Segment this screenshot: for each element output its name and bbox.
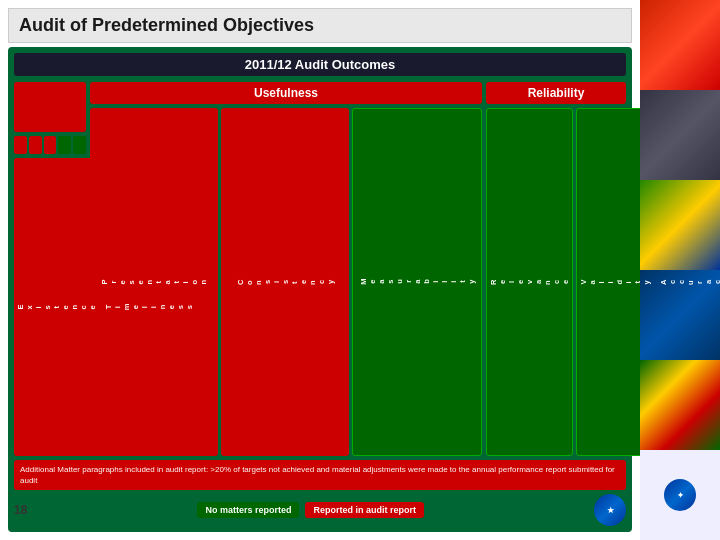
- right-img-1: [640, 0, 720, 90]
- outcomes-title: 2011/12 Audit Outcomes: [245, 57, 396, 72]
- col-measurability-label: Measurability: [359, 278, 476, 285]
- middle-section: Usefulness Presentation Consistency Meas…: [90, 82, 482, 456]
- small-bar-row: [14, 136, 86, 154]
- col-existence-label: Existence: [16, 304, 97, 310]
- bar-red-1: [14, 136, 27, 154]
- usefulness-header: Usefulness: [90, 82, 482, 104]
- right-logo: ✦: [664, 479, 696, 511]
- legend-reported: Reported in audit report: [305, 502, 424, 518]
- main-container: Audit of Predetermined Objectives 2011/1…: [0, 0, 720, 540]
- col-presentation-label: Presentation: [100, 279, 208, 285]
- reliability-label: Reliability: [528, 86, 585, 100]
- additional-matter-text: Additional Matter paragraphs included in…: [20, 465, 615, 485]
- right-logo-icon: ✦: [677, 491, 684, 500]
- col-validity-label: Validity: [579, 279, 651, 285]
- legend-no-matters-label: No matters reported: [205, 505, 291, 515]
- left-sub-cols: Existence Timeliness: [14, 158, 86, 456]
- col-measurability: Measurability: [352, 108, 482, 456]
- additional-matter-box: Additional Matter paragraphs included in…: [14, 460, 626, 490]
- usefulness-cols: Presentation Consistency Measurability: [90, 108, 482, 456]
- left-top-box: [14, 82, 86, 132]
- outcomes-header: 2011/12 Audit Outcomes: [14, 53, 626, 76]
- legend-reported-label: Reported in audit report: [313, 505, 416, 515]
- right-section: Reliability Relevance Validity Accuracy: [486, 82, 626, 456]
- bottom-row: 18 No matters reported Reported in audit…: [14, 494, 626, 526]
- content-area: Audit of Predetermined Objectives 2011/1…: [0, 0, 640, 540]
- legend-no-matters: No matters reported: [197, 502, 299, 518]
- page-number: 18: [14, 503, 27, 517]
- bar-green-1: [58, 136, 71, 154]
- col-consistency-label: Consistency: [236, 279, 335, 285]
- col-accuracy-label: Accuracy: [659, 279, 720, 285]
- col-consistency: Consistency: [221, 108, 349, 456]
- logo-text: ★: [607, 506, 614, 515]
- bar-red-2: [29, 136, 42, 154]
- legend-row: No matters reported Reported in audit re…: [197, 502, 424, 518]
- right-img-5: [640, 360, 720, 450]
- logo-icon: ★: [594, 494, 626, 526]
- right-img-3: [640, 180, 720, 270]
- left-col: Existence Timeliness: [14, 82, 86, 456]
- columns-row: Existence Timeliness Usefulness Pres: [14, 82, 626, 456]
- reliability-cols: Relevance Validity Accuracy Completeness: [486, 108, 626, 456]
- page-header: Audit of Predetermined Objectives: [8, 8, 632, 43]
- page-title: Audit of Predetermined Objectives: [19, 15, 314, 35]
- right-images: ✦: [640, 0, 720, 540]
- col-presentation: Presentation: [90, 108, 218, 456]
- right-img-2: [640, 90, 720, 180]
- col-relevance-label: Relevance: [489, 279, 570, 285]
- col-timeliness-label: Timeliness: [104, 303, 194, 310]
- col-existence: Existence: [14, 158, 99, 456]
- bottom-section: Additional Matter paragraphs included in…: [14, 460, 626, 526]
- usefulness-label: Usefulness: [254, 86, 318, 100]
- reliability-header: Reliability: [486, 82, 626, 104]
- bar-red-3: [44, 136, 57, 154]
- right-img-6: ✦: [640, 450, 720, 540]
- bar-green-2: [73, 136, 86, 154]
- main-card: 2011/12 Audit Outcomes: [8, 47, 632, 532]
- col-relevance: Relevance: [486, 108, 573, 456]
